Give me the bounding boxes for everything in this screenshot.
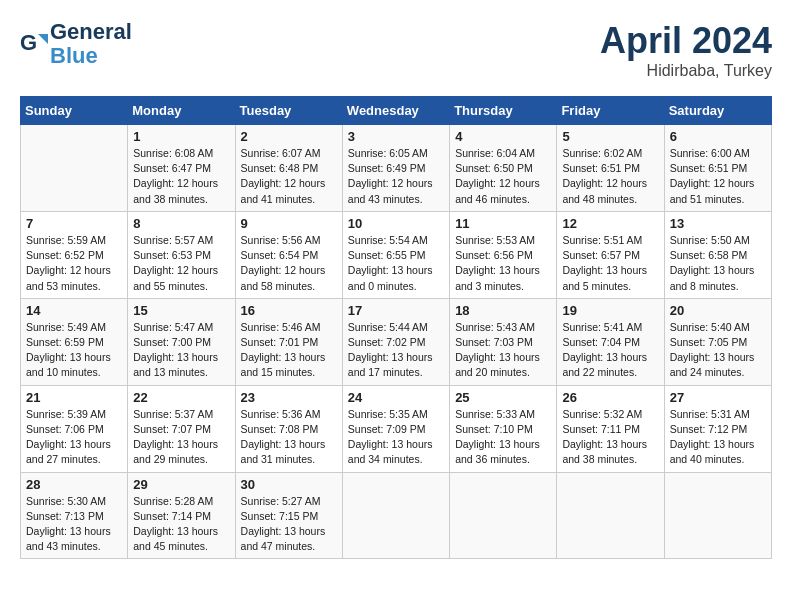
week-row-4: 21Sunrise: 5:39 AMSunset: 7:06 PMDayligh… xyxy=(21,385,772,472)
day-info: Sunrise: 5:32 AMSunset: 7:11 PMDaylight:… xyxy=(562,407,658,468)
day-cell: 30Sunrise: 5:27 AMSunset: 7:15 PMDayligh… xyxy=(235,472,342,559)
day-number: 20 xyxy=(670,303,766,318)
day-number: 24 xyxy=(348,390,444,405)
day-cell: 5Sunrise: 6:02 AMSunset: 6:51 PMDaylight… xyxy=(557,125,664,212)
day-info: Sunrise: 6:08 AMSunset: 6:47 PMDaylight:… xyxy=(133,146,229,207)
day-number: 26 xyxy=(562,390,658,405)
day-info: Sunrise: 5:39 AMSunset: 7:06 PMDaylight:… xyxy=(26,407,122,468)
day-cell: 28Sunrise: 5:30 AMSunset: 7:13 PMDayligh… xyxy=(21,472,128,559)
day-number: 2 xyxy=(241,129,337,144)
logo-line2: Blue xyxy=(50,43,98,68)
day-number: 18 xyxy=(455,303,551,318)
day-cell: 9Sunrise: 5:56 AMSunset: 6:54 PMDaylight… xyxy=(235,211,342,298)
day-info: Sunrise: 5:50 AMSunset: 6:58 PMDaylight:… xyxy=(670,233,766,294)
day-number: 21 xyxy=(26,390,122,405)
svg-marker-1 xyxy=(38,34,48,44)
month-title: April 2024 xyxy=(600,20,772,62)
day-cell: 10Sunrise: 5:54 AMSunset: 6:55 PMDayligh… xyxy=(342,211,449,298)
week-row-2: 7Sunrise: 5:59 AMSunset: 6:52 PMDaylight… xyxy=(21,211,772,298)
day-number: 25 xyxy=(455,390,551,405)
col-header-sunday: Sunday xyxy=(21,97,128,125)
day-number: 19 xyxy=(562,303,658,318)
title-block: April 2024 Hidirbaba, Turkey xyxy=(600,20,772,80)
week-row-1: 1Sunrise: 6:08 AMSunset: 6:47 PMDaylight… xyxy=(21,125,772,212)
day-cell: 29Sunrise: 5:28 AMSunset: 7:14 PMDayligh… xyxy=(128,472,235,559)
day-cell: 20Sunrise: 5:40 AMSunset: 7:05 PMDayligh… xyxy=(664,298,771,385)
day-cell: 4Sunrise: 6:04 AMSunset: 6:50 PMDaylight… xyxy=(450,125,557,212)
day-info: Sunrise: 5:31 AMSunset: 7:12 PMDaylight:… xyxy=(670,407,766,468)
day-cell: 21Sunrise: 5:39 AMSunset: 7:06 PMDayligh… xyxy=(21,385,128,472)
day-info: Sunrise: 5:40 AMSunset: 7:05 PMDaylight:… xyxy=(670,320,766,381)
day-cell xyxy=(664,472,771,559)
day-cell xyxy=(450,472,557,559)
day-number: 22 xyxy=(133,390,229,405)
day-number: 4 xyxy=(455,129,551,144)
day-number: 12 xyxy=(562,216,658,231)
day-info: Sunrise: 6:04 AMSunset: 6:50 PMDaylight:… xyxy=(455,146,551,207)
day-cell: 11Sunrise: 5:53 AMSunset: 6:56 PMDayligh… xyxy=(450,211,557,298)
day-info: Sunrise: 5:54 AMSunset: 6:55 PMDaylight:… xyxy=(348,233,444,294)
day-cell: 6Sunrise: 6:00 AMSunset: 6:51 PMDaylight… xyxy=(664,125,771,212)
day-info: Sunrise: 5:28 AMSunset: 7:14 PMDaylight:… xyxy=(133,494,229,555)
day-cell: 7Sunrise: 5:59 AMSunset: 6:52 PMDaylight… xyxy=(21,211,128,298)
col-header-friday: Friday xyxy=(557,97,664,125)
day-number: 17 xyxy=(348,303,444,318)
day-cell: 22Sunrise: 5:37 AMSunset: 7:07 PMDayligh… xyxy=(128,385,235,472)
calendar-table: SundayMondayTuesdayWednesdayThursdayFrid… xyxy=(20,96,772,559)
day-number: 6 xyxy=(670,129,766,144)
column-headers: SundayMondayTuesdayWednesdayThursdayFrid… xyxy=(21,97,772,125)
day-cell: 8Sunrise: 5:57 AMSunset: 6:53 PMDaylight… xyxy=(128,211,235,298)
day-info: Sunrise: 5:56 AMSunset: 6:54 PMDaylight:… xyxy=(241,233,337,294)
day-cell: 12Sunrise: 5:51 AMSunset: 6:57 PMDayligh… xyxy=(557,211,664,298)
day-number: 14 xyxy=(26,303,122,318)
day-cell: 14Sunrise: 5:49 AMSunset: 6:59 PMDayligh… xyxy=(21,298,128,385)
day-cell: 2Sunrise: 6:07 AMSunset: 6:48 PMDaylight… xyxy=(235,125,342,212)
day-number: 30 xyxy=(241,477,337,492)
day-info: Sunrise: 5:46 AMSunset: 7:01 PMDaylight:… xyxy=(241,320,337,381)
day-cell: 13Sunrise: 5:50 AMSunset: 6:58 PMDayligh… xyxy=(664,211,771,298)
week-row-5: 28Sunrise: 5:30 AMSunset: 7:13 PMDayligh… xyxy=(21,472,772,559)
day-info: Sunrise: 5:49 AMSunset: 6:59 PMDaylight:… xyxy=(26,320,122,381)
day-info: Sunrise: 5:30 AMSunset: 7:13 PMDaylight:… xyxy=(26,494,122,555)
location: Hidirbaba, Turkey xyxy=(600,62,772,80)
day-info: Sunrise: 5:33 AMSunset: 7:10 PMDaylight:… xyxy=(455,407,551,468)
day-number: 1 xyxy=(133,129,229,144)
day-cell: 24Sunrise: 5:35 AMSunset: 7:09 PMDayligh… xyxy=(342,385,449,472)
logo: G General Blue xyxy=(20,20,132,68)
logo-icon: G xyxy=(20,30,48,58)
day-number: 11 xyxy=(455,216,551,231)
logo-text: General Blue xyxy=(50,20,132,68)
day-info: Sunrise: 5:59 AMSunset: 6:52 PMDaylight:… xyxy=(26,233,122,294)
day-cell: 17Sunrise: 5:44 AMSunset: 7:02 PMDayligh… xyxy=(342,298,449,385)
day-cell: 1Sunrise: 6:08 AMSunset: 6:47 PMDaylight… xyxy=(128,125,235,212)
col-header-thursday: Thursday xyxy=(450,97,557,125)
svg-text:G: G xyxy=(20,30,37,55)
day-info: Sunrise: 6:07 AMSunset: 6:48 PMDaylight:… xyxy=(241,146,337,207)
page-header: G General Blue April 2024 Hidirbaba, Tur… xyxy=(20,20,772,80)
day-info: Sunrise: 5:35 AMSunset: 7:09 PMDaylight:… xyxy=(348,407,444,468)
day-number: 9 xyxy=(241,216,337,231)
day-number: 3 xyxy=(348,129,444,144)
day-info: Sunrise: 5:47 AMSunset: 7:00 PMDaylight:… xyxy=(133,320,229,381)
day-number: 29 xyxy=(133,477,229,492)
day-cell: 19Sunrise: 5:41 AMSunset: 7:04 PMDayligh… xyxy=(557,298,664,385)
day-number: 10 xyxy=(348,216,444,231)
day-cell: 23Sunrise: 5:36 AMSunset: 7:08 PMDayligh… xyxy=(235,385,342,472)
day-number: 28 xyxy=(26,477,122,492)
day-cell xyxy=(21,125,128,212)
day-info: Sunrise: 5:57 AMSunset: 6:53 PMDaylight:… xyxy=(133,233,229,294)
col-header-saturday: Saturday xyxy=(664,97,771,125)
day-info: Sunrise: 5:43 AMSunset: 7:03 PMDaylight:… xyxy=(455,320,551,381)
day-info: Sunrise: 5:51 AMSunset: 6:57 PMDaylight:… xyxy=(562,233,658,294)
col-header-wednesday: Wednesday xyxy=(342,97,449,125)
col-header-tuesday: Tuesday xyxy=(235,97,342,125)
logo-line1: General xyxy=(50,19,132,44)
day-cell xyxy=(342,472,449,559)
col-header-monday: Monday xyxy=(128,97,235,125)
day-cell: 3Sunrise: 6:05 AMSunset: 6:49 PMDaylight… xyxy=(342,125,449,212)
week-row-3: 14Sunrise: 5:49 AMSunset: 6:59 PMDayligh… xyxy=(21,298,772,385)
day-info: Sunrise: 5:53 AMSunset: 6:56 PMDaylight:… xyxy=(455,233,551,294)
day-info: Sunrise: 6:00 AMSunset: 6:51 PMDaylight:… xyxy=(670,146,766,207)
day-number: 15 xyxy=(133,303,229,318)
day-info: Sunrise: 6:02 AMSunset: 6:51 PMDaylight:… xyxy=(562,146,658,207)
